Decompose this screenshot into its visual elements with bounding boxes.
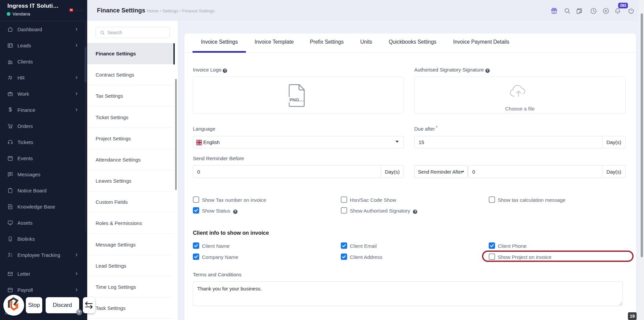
- svg-text:PNG…: PNG…: [289, 97, 304, 102]
